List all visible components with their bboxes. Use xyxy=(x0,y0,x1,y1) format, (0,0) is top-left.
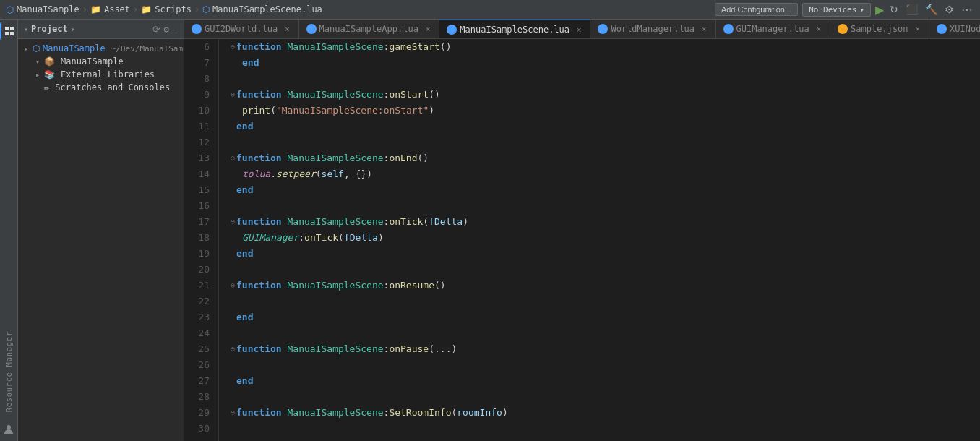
tab-icon-world xyxy=(598,24,608,34)
build-button[interactable]: 🔨 xyxy=(924,2,939,17)
bc-sep-2: › xyxy=(133,4,138,14)
tab-bar: GUI2DWorld.lua × ManuaISampleApp.lua × M… xyxy=(184,20,980,39)
code-line-30 xyxy=(231,421,980,437)
code-line-12 xyxy=(231,134,980,150)
code-line-14: tolua.setpeer(self, {}) xyxy=(231,166,980,182)
tab-manualsamplescene[interactable]: ManuaISampleScene.lua × xyxy=(439,20,590,39)
play-button[interactable]: ▶ xyxy=(875,3,884,17)
svg-point-4 xyxy=(7,425,11,429)
settings-icon[interactable]: ⚙ xyxy=(163,24,169,35)
code-line-23: ⊖ end xyxy=(231,309,980,325)
stop-button[interactable]: ⬛ xyxy=(904,2,919,17)
fold-13[interactable]: ⊖ xyxy=(231,150,235,166)
line-numbers: 6 7 8 9 10 11 12 13 14 15 16 17 18 19 20… xyxy=(184,39,219,441)
tab-icon-json xyxy=(838,24,848,34)
breadcrumb-asset[interactable]: Asset xyxy=(104,4,130,14)
tab-icon-gui2d xyxy=(192,24,202,34)
code-line-26 xyxy=(231,357,980,373)
tab-close-world[interactable]: × xyxy=(700,25,708,33)
tab-close-json[interactable]: × xyxy=(914,25,921,33)
project-label: Project xyxy=(31,24,68,34)
tab-close-gui[interactable]: × xyxy=(815,25,822,33)
bc-sep-3: › xyxy=(194,4,199,14)
ext-icon: 📚 xyxy=(44,69,55,80)
chevron-down-icon: ▾ xyxy=(859,5,864,14)
tree-item-root[interactable]: ▸ ⬡ ManuaISample ~/Dev/ManuaISample xyxy=(18,42,184,55)
tab-close-app[interactable]: × xyxy=(424,25,431,33)
activity-bar: Resource Manager xyxy=(0,20,18,441)
tab-close-scene[interactable]: × xyxy=(575,25,583,34)
activity-bottom-icon[interactable] xyxy=(0,421,17,438)
code-line-9: ⊖ function ManuaISampleScene:onStart() xyxy=(231,87,980,103)
code-line-21: ⊖ function ManuaISampleScene:onResume() xyxy=(231,278,980,294)
breadcrumb-file[interactable]: ManuaISampleScene.lua xyxy=(212,4,322,14)
code-line-28 xyxy=(231,389,980,405)
project-dropdown-icon[interactable]: ▾ xyxy=(71,25,75,33)
restart-button[interactable]: ↻ xyxy=(888,2,900,17)
tab-label-gui: GUIManager.lua xyxy=(736,24,809,34)
folder-arrow: ▾ xyxy=(35,58,40,66)
fold-29[interactable]: ⊖ xyxy=(231,405,235,421)
tab-manualsampleapp[interactable]: ManuaISampleApp.lua × xyxy=(299,20,440,39)
code-line-24 xyxy=(231,325,980,341)
svg-rect-3 xyxy=(10,32,14,35)
fold-25[interactable]: ⊖ xyxy=(231,341,235,357)
code-line-18: GUIManager:onTick(fDelta) xyxy=(231,230,980,246)
tab-close-gui2d[interactable]: × xyxy=(283,25,291,33)
tab-guimanager[interactable]: GUIManager.lua × xyxy=(716,20,831,39)
project-header: ▾ Project ▾ ⟳ ⚙ — xyxy=(18,20,184,39)
add-configuration-button[interactable]: Add Configuration... xyxy=(715,3,798,16)
sync-icon[interactable]: ⟳ xyxy=(152,24,160,35)
project-title[interactable]: ▾ Project ▾ xyxy=(24,24,75,34)
tab-label-xui: XUINode.lua xyxy=(950,24,980,34)
tab-gui2dworld[interactable]: GUI2DWorld.lua × xyxy=(184,20,299,39)
file-icon: ⬡ xyxy=(202,4,210,14)
tab-label-json: Sample.json xyxy=(851,24,908,34)
code-line-6: ⊖ function ManuaISampleScene:gameStart() xyxy=(231,39,980,55)
code-line-19: ⊖ end xyxy=(231,246,980,262)
tab-worldmanager[interactable]: WorldManager.lua × xyxy=(590,20,715,39)
tree-item-ext-libraries[interactable]: ▸ 📚 External Libraries xyxy=(18,68,184,81)
root-path: ~/Dev/ManuaISample xyxy=(111,44,184,53)
fold-17[interactable]: ⊖ xyxy=(231,214,235,230)
code-line-17: ⊖ function ManuaISampleScene:onTick(fDel… xyxy=(231,214,980,230)
top-bar: ⬡ ManuaISample › 📁 Asset › 📁 Scripts › ⬡… xyxy=(0,0,980,20)
debug-button[interactable]: ⚙ xyxy=(943,2,955,17)
toolbar-right: Add Configuration... No Devices ▾ ▶ ↻ ⬛ … xyxy=(715,1,974,18)
project-chevron: ▾ xyxy=(24,25,28,33)
no-devices-dropdown[interactable]: No Devices ▾ xyxy=(802,3,871,17)
tree-item-scratches[interactable]: ▸ ✏️ Scratches and Consoles xyxy=(18,81,184,94)
breadcrumb-project[interactable]: ManuaISample xyxy=(17,4,79,14)
root-icon: ⬡ xyxy=(33,43,40,53)
fold-6[interactable]: ⊖ xyxy=(231,39,235,55)
tab-icon-app xyxy=(306,24,317,34)
tree-item-manualsample[interactable]: ▾ 📦 ManuaISample xyxy=(18,55,184,68)
code-line-29: ⊖ function ManuaISampleScene:SetRoomInfo… xyxy=(231,405,980,421)
fold-9[interactable]: ⊖ xyxy=(231,87,235,103)
scratch-label: Scratches and Consoles xyxy=(55,82,170,93)
fold-21[interactable]: ⊖ xyxy=(231,278,235,294)
scripts-icon: 📁 xyxy=(141,4,152,14)
more-button[interactable]: ⋯ xyxy=(960,1,974,18)
svg-rect-0 xyxy=(5,27,9,30)
scratch-icon: ✏️ xyxy=(44,82,49,93)
activity-project-icon[interactable] xyxy=(0,22,17,40)
code-line-22 xyxy=(231,294,980,309)
breadcrumb-scripts[interactable]: Scripts xyxy=(155,4,192,14)
code-editor[interactable]: 6 7 8 9 10 11 12 13 14 15 16 17 18 19 20… xyxy=(184,39,980,441)
no-devices-label: No Devices xyxy=(809,5,856,14)
tab-samplejson[interactable]: Sample.json × xyxy=(830,20,929,39)
code-line-11: ⊖ end xyxy=(231,119,980,134)
tab-icon-xui xyxy=(937,24,947,34)
tab-xuinode[interactable]: XUINode.lua xyxy=(929,20,980,39)
code-line-15: ⊖ end xyxy=(231,182,980,198)
editor-area: GUI2DWorld.lua × ManuaISampleApp.lua × M… xyxy=(184,20,980,441)
main-layout: Resource Manager ▾ Project ▾ ⟳ ⚙ — ▸ ⬡ M… xyxy=(0,20,980,441)
project-panel: ▾ Project ▾ ⟳ ⚙ — ▸ ⬡ ManuaISample ~/Dev… xyxy=(18,20,184,441)
code-line-7: end xyxy=(231,55,980,71)
scratch-arrow: ▸ xyxy=(35,84,40,92)
collapse-icon[interactable]: — xyxy=(172,24,178,35)
resource-manager-label[interactable]: Resource Manager xyxy=(5,331,13,412)
folder-icon: 📦 xyxy=(44,56,55,67)
code-line-27: ⊖ end xyxy=(231,373,980,389)
